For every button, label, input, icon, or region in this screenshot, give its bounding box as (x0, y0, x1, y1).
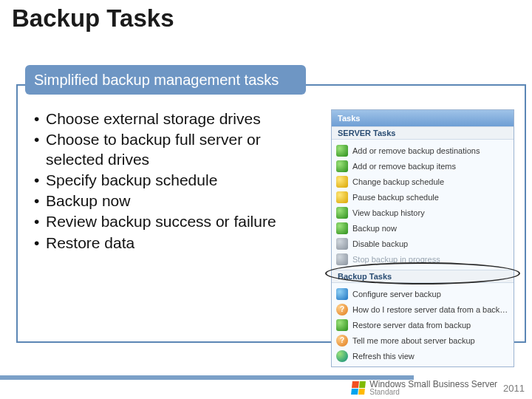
clock-icon (336, 176, 348, 188)
pause-icon (336, 191, 348, 203)
task-label: Add or remove backup items (352, 162, 456, 171)
task-row[interactable]: Configure server backup (332, 286, 514, 301)
bullet-item: •Choose external storage drives (34, 109, 322, 129)
bullet-item: •Specify backup schedule (34, 171, 322, 190)
bullet-text: Choose external storage drives (46, 109, 322, 129)
backup-tasks-list: Configure server backup How do I restore… (332, 283, 514, 366)
history-icon (336, 207, 348, 219)
restore-icon (336, 319, 348, 331)
task-row[interactable]: Tell me more about server backup (332, 332, 514, 348)
bullet-dot: • (34, 109, 46, 129)
drive-icon (336, 160, 348, 172)
task-label: Disable backup (352, 239, 408, 248)
bullet-list: •Choose external storage drives •Choose … (34, 109, 322, 254)
bullet-text: Choose to backup full server or selected… (46, 130, 322, 169)
task-row[interactable]: Pause backup schedule (332, 189, 514, 205)
backup-tasks-section-title: Backup Tasks (332, 270, 514, 283)
bullet-item: •Review backup success or failure (34, 212, 322, 231)
windows-flag-icon (351, 381, 366, 395)
bullet-item: •Choose to backup full server or selecte… (34, 130, 322, 169)
bullet-dot: • (34, 212, 46, 231)
task-label: Configure server backup (352, 290, 441, 299)
subtitle-text: Simplified backup management tasks (34, 72, 279, 89)
bullet-text: Review backup success or failure (46, 212, 322, 231)
server-tasks-section-title: SERVER Tasks (332, 126, 514, 140)
task-row[interactable]: Change backup schedule (332, 174, 514, 189)
bullet-dot: • (34, 130, 46, 169)
brand-logo: Windows Small Business Server Standard 2… (352, 380, 525, 396)
help-icon (336, 335, 348, 347)
bullet-dot: • (34, 191, 46, 211)
task-label: Tell me more about server backup (352, 336, 475, 345)
subtitle-pill: Simplified backup management tasks (25, 65, 306, 95)
task-label: Pause backup schedule (352, 193, 439, 202)
task-row[interactable]: Add or remove backup items (332, 158, 514, 174)
task-row[interactable]: How do I restore server data from a back… (332, 301, 514, 317)
help-icon (336, 304, 348, 316)
task-label: How do I restore server data from a back… (352, 305, 509, 314)
bullet-dot: • (34, 171, 46, 190)
slide: Backup Tasks Simplified backup managemen… (0, 0, 532, 399)
bullet-item: •Restore data (34, 233, 322, 253)
task-row[interactable]: Disable backup (332, 236, 514, 251)
brand-year: 2011 (503, 383, 525, 394)
tasks-pane-header: Tasks (332, 110, 514, 126)
stop-icon (336, 253, 348, 265)
task-label: Backup now (352, 224, 397, 233)
task-row[interactable]: Refresh this view (332, 348, 514, 364)
refresh-icon (336, 350, 348, 362)
bullet-text: Restore data (46, 233, 322, 253)
task-label: Add or remove backup destinations (352, 146, 480, 155)
task-label: Change backup schedule (352, 177, 444, 186)
drive-icon (336, 145, 348, 157)
bullet-text: Specify backup schedule (46, 171, 322, 190)
task-row[interactable]: Add or remove backup destinations (332, 143, 514, 158)
task-row[interactable]: Backup now (332, 220, 514, 236)
slide-title: Backup Tasks (12, 4, 174, 33)
bullet-text: Backup now (46, 191, 322, 211)
task-label: Refresh this view (352, 352, 415, 361)
server-tasks-list: Add or remove backup destinations Add or… (332, 140, 514, 270)
bullet-item: •Backup now (34, 191, 322, 211)
task-row[interactable]: Stop backup in progress (332, 251, 514, 267)
bullet-dot: • (34, 233, 46, 253)
brand-bottom: Standard (369, 389, 497, 396)
task-label: View backup history (352, 208, 425, 217)
disable-icon (336, 238, 348, 250)
tasks-pane: Tasks SERVER Tasks Add or remove backup … (331, 109, 514, 367)
task-row[interactable]: View backup history (332, 205, 514, 220)
backup-icon (336, 222, 348, 234)
task-label: Stop backup in progress (352, 255, 440, 264)
configure-icon (336, 288, 348, 300)
task-label: Restore server data from backup (352, 321, 471, 330)
task-row[interactable]: Restore server data from backup (332, 317, 514, 332)
brand-text: Windows Small Business Server Standard (369, 380, 497, 396)
